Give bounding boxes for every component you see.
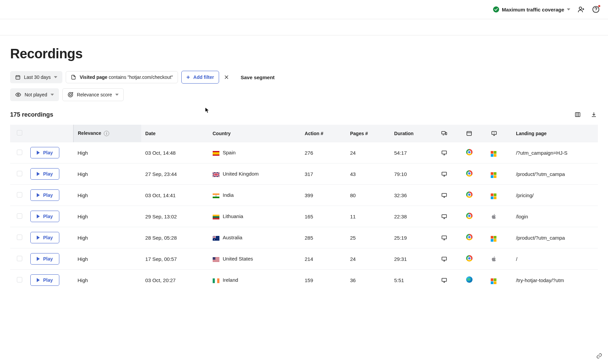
svg-rect-34 bbox=[442, 236, 447, 239]
col-pages[interactable]: Pages # bbox=[346, 125, 390, 142]
play-button[interactable]: Play bbox=[30, 168, 59, 180]
chevron-down-icon bbox=[54, 76, 57, 78]
col-landing[interactable]: Landing page bbox=[512, 125, 598, 142]
play-button[interactable]: Play bbox=[30, 189, 59, 201]
filter-field-label: Visited page bbox=[80, 74, 107, 80]
cell-pages: 11 bbox=[346, 206, 390, 227]
cell-date: 28 Sep, 05:28 bbox=[141, 227, 209, 248]
play-label: Play bbox=[43, 277, 53, 283]
svg-point-33 bbox=[218, 239, 218, 240]
svg-rect-23 bbox=[213, 215, 219, 216]
cell-relevance: High bbox=[73, 248, 141, 270]
row-checkbox[interactable] bbox=[17, 277, 22, 282]
table-row[interactable]: Play High 17 Sep, 00:57 United States 21… bbox=[10, 248, 598, 270]
plus-icon: + bbox=[186, 74, 190, 80]
invite-user-button[interactable] bbox=[577, 5, 585, 13]
svg-point-31 bbox=[218, 238, 218, 238]
svg-point-2 bbox=[596, 11, 596, 11]
play-button[interactable]: Play bbox=[30, 147, 59, 158]
cell-browser bbox=[462, 227, 487, 248]
svg-rect-46 bbox=[217, 278, 219, 283]
svg-rect-10 bbox=[467, 131, 472, 135]
row-checkbox[interactable] bbox=[17, 192, 22, 198]
play-label: Play bbox=[43, 256, 53, 262]
play-button[interactable]: Play bbox=[30, 211, 59, 222]
calendar-icon bbox=[15, 74, 21, 80]
cell-browser bbox=[462, 142, 487, 163]
page-title: Recordings bbox=[10, 46, 598, 61]
col-browser[interactable] bbox=[462, 125, 487, 142]
cell-os bbox=[487, 227, 512, 248]
top-bar: Maximum traffic coverage bbox=[0, 0, 608, 19]
cell-country: United States bbox=[209, 248, 301, 270]
cell-landing: /product/?utm_campa bbox=[512, 163, 598, 185]
cell-os bbox=[487, 142, 512, 163]
svg-rect-41 bbox=[213, 261, 219, 261]
cell-relevance: High bbox=[73, 206, 141, 227]
col-os[interactable]: ? bbox=[487, 125, 512, 142]
date-range-filter[interactable]: Last 30 days bbox=[10, 71, 62, 83]
columns-button[interactable] bbox=[574, 111, 582, 119]
row-checkbox[interactable] bbox=[17, 150, 22, 155]
svg-rect-47 bbox=[442, 278, 447, 281]
cell-duration: 22:38 bbox=[390, 206, 437, 227]
cell-browser bbox=[462, 270, 487, 291]
select-all-checkbox[interactable] bbox=[17, 130, 22, 135]
svg-text:?: ? bbox=[493, 132, 495, 134]
play-button[interactable]: Play bbox=[30, 232, 59, 243]
play-button[interactable]: Play bbox=[30, 274, 59, 286]
table-row[interactable]: Play High 03 Oct, 20:27 Ireland 159 36 5… bbox=[10, 270, 598, 291]
cell-os bbox=[487, 163, 512, 185]
visited-page-filter[interactable]: Visited page contains "hotjar.com/checko… bbox=[66, 71, 178, 83]
row-checkbox[interactable] bbox=[17, 171, 22, 176]
table-row[interactable]: Play High 03 Oct, 14:41 India 399 80 32:… bbox=[10, 185, 598, 206]
recordings-table: Relevancei Date Country Action # Pages #… bbox=[10, 125, 598, 291]
cell-device bbox=[437, 142, 462, 163]
play-label: Play bbox=[43, 235, 53, 240]
row-checkbox[interactable] bbox=[17, 235, 22, 240]
download-button[interactable] bbox=[590, 111, 598, 119]
os-icon: ? bbox=[491, 130, 497, 136]
table-row[interactable]: Play High 27 Sep, 23:44 United Kingdom 3… bbox=[10, 163, 598, 185]
play-label: Play bbox=[43, 150, 53, 155]
col-relevance[interactable]: Relevance bbox=[78, 130, 101, 136]
col-action[interactable]: Action # bbox=[301, 125, 346, 142]
cell-action: 214 bbox=[301, 248, 346, 270]
relevance-score-label: Relevance score bbox=[77, 92, 112, 97]
cell-landing: /try-hotjar-today/?utm bbox=[512, 270, 598, 291]
cell-country: Australia bbox=[209, 227, 301, 248]
chevron-down-icon bbox=[51, 94, 54, 96]
row-checkbox[interactable] bbox=[17, 213, 22, 219]
cell-landing: /pricing/ bbox=[512, 185, 598, 206]
play-icon bbox=[37, 214, 40, 218]
cell-action: 159 bbox=[301, 270, 346, 291]
cell-action: 165 bbox=[301, 206, 346, 227]
svg-rect-17 bbox=[442, 172, 447, 175]
cell-date: 29 Sep, 13:02 bbox=[141, 206, 209, 227]
cell-relevance: High bbox=[73, 270, 141, 291]
play-button[interactable]: Play bbox=[30, 253, 59, 265]
cell-date: 03 Oct, 14:48 bbox=[141, 142, 209, 163]
traffic-coverage-dropdown[interactable]: Maximum traffic coverage bbox=[493, 6, 570, 12]
table-row[interactable]: Play High 03 Oct, 14:48 Spain 276 24 54:… bbox=[10, 142, 598, 163]
table-row[interactable]: Play High 28 Sep, 05:28 Australia 285 25… bbox=[10, 227, 598, 248]
cell-action: 317 bbox=[301, 163, 346, 185]
cell-pages: 80 bbox=[346, 185, 390, 206]
add-filter-button[interactable]: + Add filter bbox=[181, 71, 219, 84]
col-country[interactable]: Country bbox=[209, 125, 301, 142]
chevron-down-icon bbox=[115, 94, 119, 96]
save-segment-button[interactable]: Save segment bbox=[241, 74, 275, 80]
svg-rect-24 bbox=[213, 216, 219, 218]
help-button[interactable] bbox=[592, 5, 600, 13]
row-checkbox[interactable] bbox=[17, 256, 22, 261]
info-icon[interactable]: i bbox=[104, 131, 109, 136]
table-row[interactable]: Play High 29 Sep, 13:02 Lithuania 165 11… bbox=[10, 206, 598, 227]
col-date[interactable]: Date bbox=[141, 125, 209, 142]
col-duration[interactable]: Duration bbox=[390, 125, 437, 142]
played-status-filter[interactable]: Not played bbox=[10, 88, 59, 101]
col-device[interactable] bbox=[437, 125, 462, 142]
svg-rect-20 bbox=[213, 196, 219, 198]
clear-filters-button[interactable] bbox=[222, 73, 231, 81]
relevance-score-filter[interactable]: Relevance score bbox=[62, 88, 124, 101]
cell-browser bbox=[462, 248, 487, 270]
